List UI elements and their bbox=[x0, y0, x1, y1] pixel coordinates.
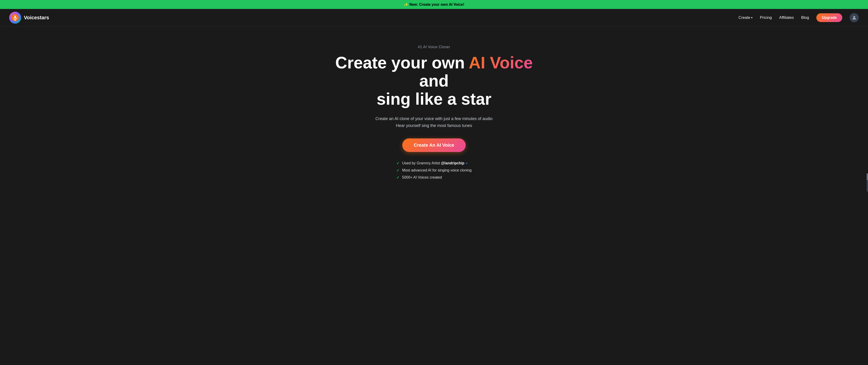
feature-list: ✓ Used by Grammy Artist @landripchip ✔ ✓… bbox=[396, 161, 471, 180]
hero-title-part1: Create your own bbox=[335, 54, 469, 72]
user-avatar[interactable] bbox=[849, 13, 859, 22]
hero-section: #1 AI Voice Cloner Create your own AI Vo… bbox=[0, 27, 868, 194]
announcement-text: ✨ New: Create your own AI Voice! bbox=[404, 2, 464, 6]
hero-description-line2: Hear yourself sing the most famous tunes bbox=[375, 122, 493, 129]
navbar: Voicestars Create ▾ Pricing Affiliates B… bbox=[0, 9, 868, 27]
nav-affiliates-link[interactable]: Affiliates bbox=[779, 15, 794, 20]
feature-voices-text: 5000+ AI Voices created bbox=[402, 175, 442, 179]
scrollbar[interactable] bbox=[867, 173, 868, 192]
scroll-thumb bbox=[867, 173, 868, 180]
check-icon-1: ✓ bbox=[396, 161, 399, 166]
hero-title-line2: sing like a star bbox=[377, 90, 491, 108]
verified-badge-icon: ✔ bbox=[465, 161, 468, 165]
check-icon-3: ✓ bbox=[396, 175, 399, 180]
cta-button[interactable]: Create An AI Voice bbox=[402, 138, 466, 152]
nav-create-link[interactable]: Create ▾ bbox=[739, 15, 752, 20]
feature-item-voices: ✓ 5000+ AI Voices created bbox=[396, 175, 442, 180]
feature-item-advanced: ✓ Most advanced AI for singing voice clo… bbox=[396, 168, 471, 173]
upgrade-button[interactable]: Upgrade bbox=[816, 13, 842, 22]
navbar-brand-section: Voicestars bbox=[9, 12, 49, 24]
feature-grammy-text: Used by Grammy Artist @landripchip ✔ bbox=[402, 161, 468, 165]
svg-point-4 bbox=[853, 16, 855, 18]
svg-rect-1 bbox=[14, 15, 16, 19]
feature-advanced-text: Most advanced AI for singing voice cloni… bbox=[402, 168, 471, 172]
navbar-links: Create ▾ Pricing Affiliates Blog Upgrade bbox=[739, 13, 859, 22]
hero-title-part2: and bbox=[419, 72, 449, 90]
feature-username: @landripchip bbox=[441, 161, 464, 165]
nav-blog-link[interactable]: Blog bbox=[801, 15, 809, 20]
brand-name: Voicestars bbox=[24, 15, 49, 21]
hero-subtitle: #1 AI Voice Cloner bbox=[418, 45, 450, 49]
check-icon-2: ✓ bbox=[396, 168, 399, 173]
hero-description: Create an AI clone of your voice with ju… bbox=[375, 115, 493, 129]
announcement-bar: ✨ New: Create your own AI Voice! bbox=[0, 0, 868, 9]
nav-pricing-link[interactable]: Pricing bbox=[760, 15, 772, 20]
brand-logo bbox=[9, 12, 21, 24]
hero-title-highlight: AI Voice bbox=[469, 54, 533, 72]
feature-item-grammy: ✓ Used by Grammy Artist @landripchip ✔ bbox=[396, 161, 468, 166]
hero-title: Create your own AI Voice and sing like a… bbox=[331, 54, 537, 108]
chevron-down-icon: ▾ bbox=[751, 16, 752, 19]
hero-description-line1: Create an AI clone of your voice with ju… bbox=[375, 115, 493, 122]
